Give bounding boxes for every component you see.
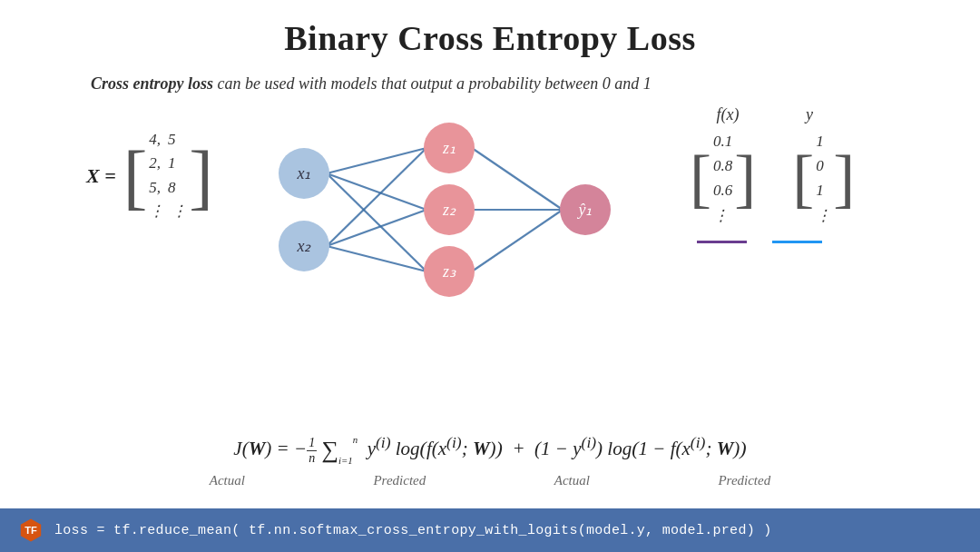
fx-values: 0.1 0.8 0.6 ⋮: [713, 129, 732, 228]
y-vector: [ 1 0 1 ⋮ ]: [792, 129, 855, 228]
matrix-row-3: 5,8: [149, 176, 187, 200]
formula-section: J(W) = −1n ∑i=1n y(i) log(f(x(i); W)) + …: [127, 433, 853, 488]
label-actual-1: Actual: [210, 473, 245, 488]
matrix-row-2: 2,1: [149, 152, 187, 175]
matrix-content: 4,5 2,1 5,8 ⋮⋮: [149, 128, 187, 223]
nn-svg: x₁ x₂ z₁ z₂ z₃ ŷ₁: [240, 110, 676, 310]
svg-text:x₂: x₂: [297, 237, 312, 255]
underlines: [697, 233, 822, 243]
formula-labels: Actual Predicted Actual Predicted: [127, 473, 853, 488]
svg-line-4: [327, 210, 426, 246]
tf-logo-icon: TF: [18, 518, 44, 543]
main-content: X = [ 4,5 2,1 5,8 ⋮⋮ ]: [36, 110, 944, 310]
matrix-section: X = [ 4,5 2,1 5,8 ⋮⋮ ]: [86, 128, 213, 223]
bracket-left: [: [123, 140, 148, 212]
svg-line-0: [327, 148, 426, 173]
svg-text:z₂: z₂: [442, 201, 456, 219]
matrix-row-1: 4,5: [149, 128, 187, 152]
subtitle-bold: Cross entropy loss: [91, 74, 213, 93]
slide: Binary Cross Entropy Loss Cross entropy …: [0, 0, 980, 552]
label-actual-2: Actual: [554, 473, 590, 488]
svg-line-8: [472, 210, 563, 271]
subtitle: Cross entropy loss can be used with mode…: [91, 74, 944, 94]
y-header: y: [791, 105, 828, 124]
matrix-row-4: ⋮⋮: [149, 200, 187, 223]
svg-text:x₁: x₁: [297, 164, 311, 182]
svg-text:ŷ₁: ŷ₁: [577, 201, 593, 219]
svg-text:z₁: z₁: [442, 139, 456, 157]
vectors-section: f(x) y [ 0.1 0.8 0.6 ⋮ ]: [690, 105, 855, 243]
formula: J(W) = −1n ∑i=1n y(i) log(f(x(i); W)) + …: [127, 433, 853, 466]
nn-diagram: x₁ x₂ z₁ z₂ z₃ ŷ₁: [240, 110, 676, 310]
vectors-row: [ 0.1 0.8 0.6 ⋮ ] [ 1 0 1: [690, 129, 855, 228]
svg-line-5: [327, 246, 426, 271]
vector-headers: f(x) y: [701, 105, 828, 124]
svg-line-3: [327, 148, 426, 246]
svg-line-2: [327, 173, 426, 271]
label-predicted-2: Predicted: [718, 473, 770, 488]
svg-text:TF: TF: [24, 525, 37, 536]
code-bar: TF loss = tf.reduce_mean( tf.nn.softmax_…: [0, 508, 980, 552]
fx-header: f(x): [701, 105, 755, 124]
page-title: Binary Cross Entropy Loss: [36, 18, 944, 58]
y-values: 1 0 1 ⋮: [816, 129, 831, 228]
matrix-label: X =: [86, 164, 116, 188]
code-line: loss = tf.reduce_mean( tf.nn.softmax_cro…: [54, 523, 772, 538]
purple-underline: [697, 241, 747, 243]
svg-line-1: [327, 173, 426, 210]
subtitle-rest: can be used with models that output a pr…: [213, 74, 652, 93]
bracket-right: ]: [189, 140, 213, 212]
blue-underline: [772, 241, 822, 243]
label-predicted-1: Predicted: [373, 473, 426, 488]
fx-vector: [ 0.1 0.8 0.6 ⋮ ]: [690, 129, 756, 228]
svg-text:z₃: z₃: [442, 262, 456, 281]
svg-line-6: [472, 148, 563, 210]
